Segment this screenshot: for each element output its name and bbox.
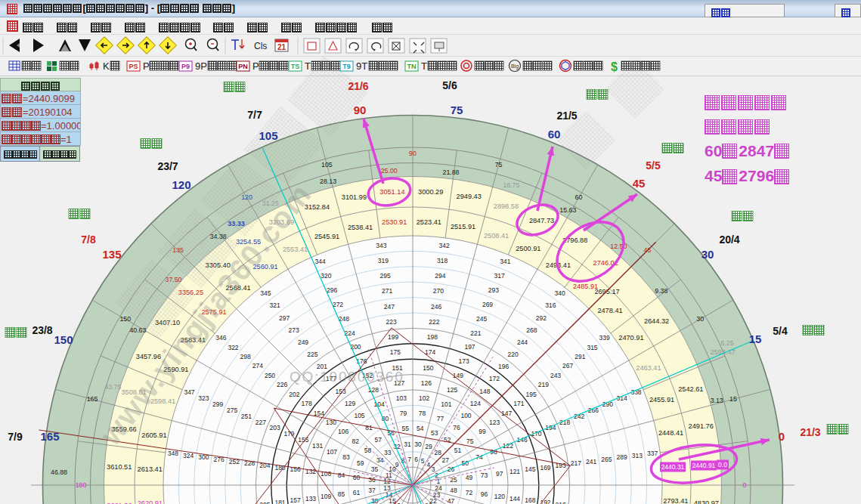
svg-text:267: 267 <box>562 362 573 369</box>
svg-text:2440.91: 2440.91 <box>692 462 716 469</box>
svg-text:106: 106 <box>338 428 348 435</box>
svg-text:129: 129 <box>345 400 355 407</box>
svg-text:2523.41: 2523.41 <box>417 218 441 226</box>
svg-text:2620.91: 2620.91 <box>138 499 163 504</box>
svg-text:250: 250 <box>265 372 275 379</box>
svg-text:243: 243 <box>550 372 561 379</box>
svg-text:7: 7 <box>407 456 411 463</box>
svg-text:318: 318 <box>437 257 448 264</box>
svg-text:246: 246 <box>431 303 441 311</box>
svg-text:103: 103 <box>396 394 407 402</box>
svg-text:133: 133 <box>305 495 316 502</box>
svg-text:337: 337 <box>647 450 658 457</box>
svg-text:61: 61 <box>353 489 361 496</box>
svg-text:271: 271 <box>382 287 392 295</box>
svg-text:274: 274 <box>252 362 263 369</box>
svg-text:249: 249 <box>298 339 308 346</box>
svg-text:2949.43: 2949.43 <box>457 193 482 200</box>
svg-text:57: 57 <box>375 436 382 444</box>
svg-text:6: 6 <box>414 456 418 463</box>
svg-text:21/3: 21/3 <box>800 426 820 438</box>
svg-text:150: 150 <box>119 315 131 323</box>
svg-text:3: 3 <box>432 465 435 473</box>
svg-text:317: 317 <box>494 272 505 280</box>
svg-text:59: 59 <box>357 459 364 467</box>
svg-text:340: 340 <box>555 289 565 297</box>
svg-text:37: 37 <box>368 487 376 494</box>
svg-text:292: 292 <box>536 314 547 322</box>
svg-text:157: 157 <box>290 496 301 504</box>
svg-text:181: 181 <box>274 499 285 504</box>
svg-text:295: 295 <box>380 272 391 280</box>
svg-text:293: 293 <box>488 286 499 294</box>
svg-text:273: 273 <box>289 326 299 334</box>
svg-text:97: 97 <box>496 470 503 478</box>
svg-text:148: 148 <box>479 388 490 395</box>
svg-text:341: 341 <box>500 258 510 265</box>
svg-text:269: 269 <box>482 301 493 308</box>
svg-text:319: 319 <box>378 257 389 264</box>
svg-text:2491.76: 2491.76 <box>689 422 714 430</box>
svg-text:2440.31: 2440.31 <box>661 463 685 471</box>
svg-text:121: 121 <box>509 468 520 475</box>
svg-text:2538.41: 2538.41 <box>348 224 373 231</box>
svg-text:2455.91: 2455.91 <box>649 396 674 404</box>
svg-text:5/6: 5/6 <box>442 79 457 91</box>
svg-text:108: 108 <box>321 470 331 478</box>
svg-text:85: 85 <box>338 490 345 498</box>
svg-text:203: 203 <box>270 424 280 431</box>
svg-text:75: 75 <box>495 161 503 169</box>
svg-text:7/8: 7/8 <box>81 233 96 246</box>
svg-text:145: 145 <box>525 465 535 473</box>
svg-text:29: 29 <box>425 443 432 450</box>
svg-text:217: 217 <box>571 459 581 467</box>
svg-text:84: 84 <box>338 472 345 479</box>
svg-text:18.75: 18.75 <box>503 181 519 189</box>
svg-text:268: 268 <box>526 326 537 334</box>
svg-text:344: 344 <box>315 258 326 265</box>
svg-text:297: 297 <box>279 314 290 322</box>
svg-text:2545.91: 2545.91 <box>314 233 339 240</box>
svg-text:79: 79 <box>400 410 407 417</box>
svg-text:342: 342 <box>439 242 450 249</box>
svg-text:299: 299 <box>212 400 223 408</box>
svg-text:0: 0 <box>743 481 747 489</box>
svg-text:4830.97: 4830.97 <box>694 499 719 504</box>
svg-text:241: 241 <box>586 458 596 465</box>
svg-text:2898.58: 2898.58 <box>494 203 519 210</box>
svg-text:315: 315 <box>587 344 597 351</box>
svg-text:126: 126 <box>421 379 432 387</box>
svg-text:46.88: 46.88 <box>51 468 67 476</box>
svg-text:99: 99 <box>479 428 486 435</box>
svg-text:168: 168 <box>525 496 535 504</box>
svg-text:346: 346 <box>215 334 226 342</box>
svg-text:322: 322 <box>228 344 238 351</box>
svg-text:100: 100 <box>460 412 471 419</box>
svg-text:34: 34 <box>376 456 384 464</box>
svg-text:23/7: 23/7 <box>157 160 178 172</box>
svg-text:265: 265 <box>601 456 612 463</box>
svg-text:131: 131 <box>312 442 323 450</box>
svg-text:165: 165 <box>87 395 98 403</box>
svg-text:222: 222 <box>429 318 439 326</box>
svg-text:2847.73: 2847.73 <box>529 217 554 224</box>
svg-text:298: 298 <box>240 353 251 360</box>
svg-text:2793.41: 2793.41 <box>663 497 688 504</box>
svg-text:30: 30 <box>701 248 714 261</box>
svg-text:2470.91: 2470.91 <box>618 334 643 342</box>
svg-text:347: 347 <box>184 388 194 396</box>
svg-text:150: 150 <box>54 333 73 346</box>
svg-text:2448.41: 2448.41 <box>658 429 683 437</box>
svg-text:172: 172 <box>489 375 500 382</box>
svg-text:225: 225 <box>307 351 317 358</box>
svg-text:192: 192 <box>540 499 550 504</box>
svg-text:124: 124 <box>470 400 481 407</box>
svg-text:343: 343 <box>376 242 386 249</box>
svg-text:53: 53 <box>431 429 438 437</box>
svg-text:2613.41: 2613.41 <box>138 465 163 473</box>
svg-text:9.38: 9.38 <box>655 287 667 295</box>
svg-text:216: 216 <box>556 501 566 504</box>
svg-text:125: 125 <box>447 386 457 394</box>
svg-text:120: 120 <box>172 178 190 191</box>
svg-text:48: 48 <box>450 487 457 494</box>
